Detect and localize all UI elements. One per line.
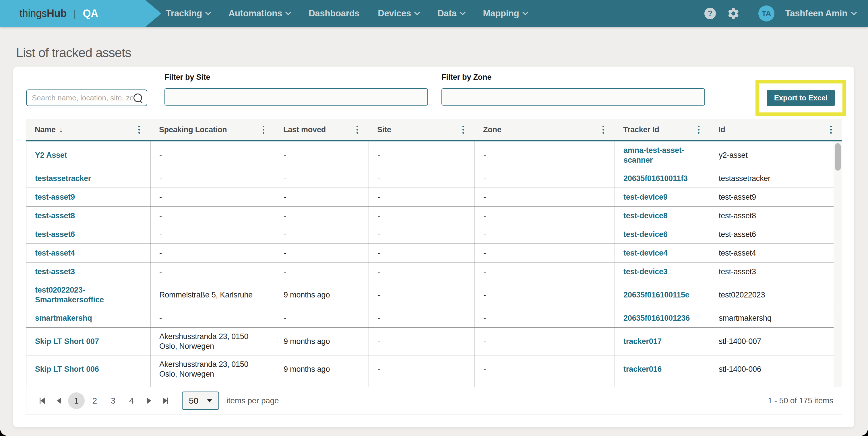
column-menu-icon[interactable] <box>355 123 360 136</box>
column-header-zone[interactable]: Zone <box>474 119 615 140</box>
table-row: test-asset4 - - - - test-device4 test-as… <box>26 244 834 263</box>
column-header-speaking-location[interactable]: Speaking Location <box>150 119 275 140</box>
cell-last-moved: - <box>284 248 286 258</box>
cell-speaking-location: - <box>159 230 162 239</box>
asset-name-link[interactable]: Skip LT Short 007 <box>35 336 99 346</box>
tracker-id-link[interactable]: tracker016 <box>623 364 662 374</box>
tracker-id-link[interactable]: 20635f01610011f3 <box>623 173 688 183</box>
cell-last-moved: - <box>284 267 286 276</box>
column-menu-icon[interactable] <box>136 123 142 136</box>
asset-name-link[interactable]: test02022023-Smartmakersoffice <box>35 285 142 305</box>
asset-name-link[interactable]: test-asset6 <box>35 230 75 239</box>
column-menu-icon[interactable] <box>696 123 701 136</box>
items-per-page-label: items per page <box>226 396 279 405</box>
brand-banner: thingsHub | QA <box>0 0 161 27</box>
cell-last-moved: - <box>284 192 286 202</box>
asset-name-link[interactable]: smartmakershq <box>35 313 92 323</box>
page-number-button[interactable]: 2 <box>86 393 103 409</box>
column-menu-icon[interactable] <box>601 123 606 136</box>
nav-item-dashboards[interactable]: Dashboards <box>309 8 360 19</box>
page-number-button[interactable]: 1 <box>68 393 85 409</box>
chevron-down-icon <box>414 9 420 15</box>
page-number-button[interactable]: 4 <box>123 393 140 409</box>
nav-item-mapping[interactable]: Mapping <box>483 8 527 19</box>
cell-zone: - <box>484 230 486 239</box>
filter-zone-input[interactable] <box>441 88 705 106</box>
cell-id: test-asset4 <box>719 248 756 258</box>
user-menu[interactable]: Tashfeen Amin <box>785 8 856 19</box>
user-name-label: Tashfeen Amin <box>785 8 847 19</box>
avatar[interactable]: TA <box>758 5 774 22</box>
search-icon[interactable] <box>133 94 142 102</box>
filter-site-label: Filter by Site <box>164 73 210 82</box>
nav-item-tracking[interactable]: Tracking <box>166 8 210 19</box>
table-row: testassetracker - - - - 20635f01610011f3… <box>26 169 834 188</box>
chevron-down-icon <box>851 9 857 15</box>
nav-item-devices[interactable]: Devices <box>378 8 419 19</box>
scrollbar-thumb[interactable] <box>835 143 841 171</box>
tracker-id-link[interactable]: 20635f016100115e <box>623 290 689 300</box>
cell-id: smartmakershq <box>719 313 771 323</box>
tracker-id-link[interactable]: test-device6 <box>623 230 668 239</box>
cell-zone: - <box>484 211 486 221</box>
column-header-site[interactable]: Site <box>369 119 474 140</box>
cell-zone: - <box>484 150 486 160</box>
cell-speaking-location: - <box>159 211 162 221</box>
chevron-down-icon <box>285 9 291 15</box>
nav-item-label: Automations <box>228 8 282 19</box>
column-header-id[interactable]: Id <box>710 119 842 140</box>
cell-zone: - <box>484 336 486 346</box>
cell-zone: - <box>484 173 486 183</box>
assets-table: Name ↓ Speaking Location Last moved Site… <box>26 119 842 389</box>
first-page-button[interactable] <box>34 393 51 409</box>
export-to-excel-button[interactable]: Export to Excel <box>767 90 835 106</box>
cell-site: - <box>377 313 380 323</box>
gear-icon[interactable] <box>727 7 740 20</box>
column-menu-icon[interactable] <box>461 123 466 136</box>
tracker-id-link[interactable]: 20635f0161001236 <box>623 313 690 323</box>
nav-item-data[interactable]: Data <box>437 8 464 19</box>
search-input[interactable] <box>31 93 133 103</box>
previous-page-button[interactable] <box>51 393 67 409</box>
asset-name-link[interactable]: Y2 Asset <box>35 150 67 160</box>
tracker-id-link[interactable]: test-device3 <box>623 267 668 276</box>
export-highlight-annotation: Export to Excel <box>755 80 846 116</box>
page-size-select[interactable]: 50 <box>182 392 219 410</box>
asset-name-link[interactable]: test-asset9 <box>35 192 75 202</box>
tracker-id-link[interactable]: test-device8 <box>623 211 668 221</box>
asset-name-link[interactable]: testassetracker <box>35 173 91 183</box>
next-page-button[interactable] <box>141 393 157 409</box>
nav-item-automations[interactable]: Automations <box>228 8 290 19</box>
cell-site: - <box>377 267 380 276</box>
table-row: Skip LT Short 006 Akershusstranda 23, 01… <box>26 356 834 383</box>
column-menu-icon[interactable] <box>828 123 834 136</box>
cell-speaking-location: - <box>159 150 162 160</box>
asset-name-link[interactable]: Skip LT Short 006 <box>35 364 99 374</box>
tracker-id-link[interactable]: test-device4 <box>623 248 668 258</box>
tracker-id-link[interactable]: tracker017 <box>623 336 662 346</box>
filter-site-input[interactable] <box>164 88 428 106</box>
assets-card: Filter by Site Filter by Zone Export to … <box>13 67 854 427</box>
items-range-label: 1 - 50 of 175 items <box>768 396 834 405</box>
asset-name-link[interactable]: test-asset4 <box>35 248 75 258</box>
asset-name-link[interactable]: test-asset8 <box>35 211 75 221</box>
chevron-down-icon <box>522 9 528 15</box>
help-icon[interactable]: ? <box>704 8 716 19</box>
tracker-id-link[interactable]: test-device9 <box>623 192 668 202</box>
page-number-button[interactable]: 3 <box>105 393 121 409</box>
cell-zone: - <box>484 267 486 276</box>
column-header-tracker-id[interactable]: Tracker Id <box>615 119 710 140</box>
filter-zone-label: Filter by Zone <box>441 73 491 82</box>
last-page-button[interactable] <box>157 393 174 409</box>
environment-badge: QA <box>83 7 98 20</box>
column-header-last-moved[interactable]: Last moved <box>275 119 369 140</box>
cell-last-moved: - <box>284 313 286 323</box>
cell-last-moved: 9 months ago <box>284 290 330 300</box>
tracker-id-link[interactable]: amna-test-asset-scanner <box>623 145 701 165</box>
cell-speaking-location: - <box>159 313 162 323</box>
column-header-name[interactable]: Name ↓ <box>26 119 150 140</box>
nav-item-label: Mapping <box>483 8 519 19</box>
column-menu-icon[interactable] <box>261 123 266 136</box>
table-scrollbar[interactable] <box>834 141 842 389</box>
asset-name-link[interactable]: test-asset3 <box>35 267 75 276</box>
